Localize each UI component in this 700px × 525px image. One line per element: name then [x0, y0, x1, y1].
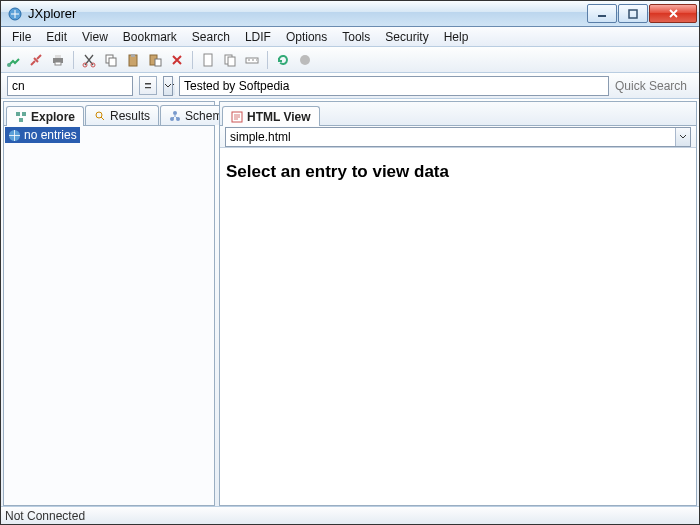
titlebar[interactable]: JXplorer: [1, 1, 699, 27]
menu-edit[interactable]: Edit: [39, 28, 74, 46]
svg-point-3: [7, 63, 11, 67]
schema-icon: [169, 110, 181, 122]
tab-explore[interactable]: Explore: [6, 106, 84, 126]
html-icon: [231, 111, 243, 123]
svg-rect-12: [131, 54, 135, 57]
svg-rect-6: [55, 62, 61, 65]
svg-point-19: [300, 55, 310, 65]
tree-icon: [15, 111, 27, 123]
content-placeholder: Select an entry to view data: [220, 148, 696, 196]
tree-root-item[interactable]: no entries: [5, 127, 80, 143]
rename-button[interactable]: [221, 51, 239, 69]
tab-html-view[interactable]: HTML View: [222, 106, 320, 126]
statusbar: Not Connected: [1, 506, 699, 524]
minimize-button[interactable]: [587, 4, 617, 23]
filter-input[interactable]: [180, 77, 608, 95]
attribute-combo[interactable]: [7, 76, 133, 96]
quick-search-label[interactable]: Quick Search: [615, 79, 693, 93]
menu-search[interactable]: Search: [185, 28, 237, 46]
left-pane: Explore Results Schema no entries: [3, 101, 215, 506]
world-icon: [8, 129, 21, 142]
svg-rect-20: [16, 112, 20, 116]
left-tabs: Explore Results Schema: [4, 102, 214, 126]
svg-rect-10: [109, 58, 116, 66]
stop-button[interactable]: [296, 51, 314, 69]
right-tabs: HTML View: [220, 102, 696, 126]
cut-button[interactable]: [80, 51, 98, 69]
searchbar: = Quick Search: [1, 73, 699, 99]
equals-button[interactable]: =: [139, 76, 157, 95]
paste-button[interactable]: [124, 51, 142, 69]
menu-options[interactable]: Options: [279, 28, 334, 46]
disconnect-button[interactable]: [27, 51, 45, 69]
results-icon: [94, 110, 106, 122]
close-button[interactable]: [649, 4, 697, 23]
svg-rect-21: [22, 112, 26, 116]
rename2-button[interactable]: [243, 51, 261, 69]
svg-rect-15: [204, 54, 212, 66]
maximize-button[interactable]: [618, 4, 648, 23]
svg-rect-22: [19, 118, 23, 122]
filter-combo[interactable]: [179, 76, 609, 96]
tab-label: Explore: [31, 110, 75, 124]
menubar: File Edit View Bookmark Search LDIF Opti…: [1, 27, 699, 47]
menu-security[interactable]: Security: [378, 28, 435, 46]
template-combo[interactable]: [225, 127, 691, 147]
svg-rect-17: [228, 57, 235, 66]
toolbar-sep: [73, 51, 74, 69]
svg-rect-14: [155, 59, 161, 66]
connect-button[interactable]: [5, 51, 23, 69]
menu-bookmark[interactable]: Bookmark: [116, 28, 184, 46]
toolbar-sep: [192, 51, 193, 69]
menu-file[interactable]: File: [5, 28, 38, 46]
svg-point-24: [173, 111, 177, 115]
toolbar-sep: [267, 51, 268, 69]
menu-ldif[interactable]: LDIF: [238, 28, 278, 46]
window-title: JXplorer: [28, 6, 586, 21]
template-bar: [220, 126, 696, 148]
paste2-button[interactable]: [146, 51, 164, 69]
print-button[interactable]: [49, 51, 67, 69]
app-icon: [7, 6, 23, 22]
window-controls: [586, 4, 697, 23]
menu-help[interactable]: Help: [437, 28, 476, 46]
toolbar: [1, 47, 699, 73]
tab-label: Results: [110, 109, 150, 123]
app-window: JXplorer File Edit View Bookmark Search …: [0, 0, 700, 525]
content-view: Select an entry to view data: [220, 148, 696, 505]
content-area: Explore Results Schema no entries: [1, 99, 699, 506]
right-pane: HTML View Select an entry to view data: [219, 101, 697, 506]
refresh-button[interactable]: [274, 51, 292, 69]
chevron-down-icon[interactable]: [164, 77, 172, 95]
svg-rect-5: [55, 55, 61, 58]
svg-rect-2: [629, 10, 637, 18]
new-button[interactable]: [199, 51, 217, 69]
template-input[interactable]: [226, 128, 675, 146]
tab-label: HTML View: [247, 110, 311, 124]
svg-rect-1: [598, 15, 606, 17]
op-combo[interactable]: [163, 76, 173, 96]
tree-root-label: no entries: [24, 128, 77, 142]
status-text: Not Connected: [5, 509, 85, 523]
copy-button[interactable]: [102, 51, 120, 69]
chevron-down-icon[interactable]: [675, 128, 690, 146]
delete-button[interactable]: [168, 51, 186, 69]
tab-results[interactable]: Results: [85, 105, 159, 125]
menu-view[interactable]: View: [75, 28, 115, 46]
menu-tools[interactable]: Tools: [335, 28, 377, 46]
tree-view[interactable]: no entries: [4, 126, 214, 505]
